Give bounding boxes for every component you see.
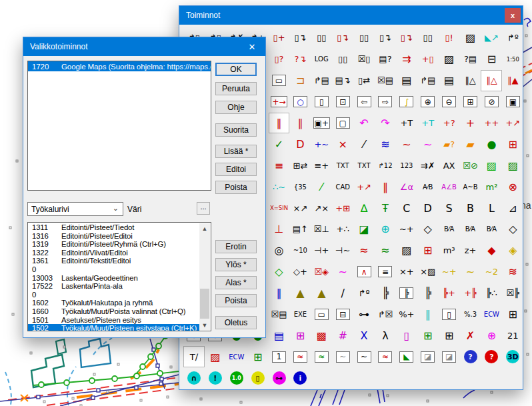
grid-icon[interactable]: ! <box>205 367 226 389</box>
grid-icon[interactable]: ⊿ <box>502 197 523 219</box>
list-item[interactable]: 0 <box>28 291 199 299</box>
grid-icon[interactable]: X <box>353 325 375 346</box>
grid-icon[interactable]: ⊶ <box>353 304 375 325</box>
grid-icon[interactable]: ? <box>460 346 481 367</box>
toolbar-select-combobox[interactable]: Työkalurivi ⌄ <box>27 202 123 216</box>
grid-icon[interactable]: ↱☒ <box>375 304 396 325</box>
grid-icon[interactable]: B⁄A <box>481 219 502 240</box>
scroll-up-icon[interactable]: ▲ <box>199 223 210 233</box>
grid-icon[interactable]: ~ <box>332 346 353 367</box>
grid-icon[interactable]: ◇+ <box>289 261 311 283</box>
grid-icon[interactable]: ╠ <box>417 283 439 304</box>
grid-icon[interactable]: 1:50 <box>502 49 523 70</box>
grid-icon[interactable]: +↗ <box>502 113 523 134</box>
grid-icon[interactable]: ◇ <box>417 219 439 240</box>
grid-icon[interactable]: ↱º <box>502 27 523 49</box>
grid-icon[interactable]: ∴~ <box>269 176 290 197</box>
grid-icon[interactable]: ▲ <box>311 283 332 304</box>
grid-icon[interactable]: ≈ <box>353 240 375 261</box>
grid-icon[interactable]: ≡+ <box>311 155 332 176</box>
grid-icon[interactable]: ▨ <box>481 155 502 176</box>
grid-icon[interactable]: ╠ <box>375 283 396 304</box>
grid-icon[interactable]: ▲ <box>289 283 311 304</box>
grid-icon[interactable]: ≡ <box>269 155 290 176</box>
grid-icon[interactable]: ~10 <box>289 240 311 261</box>
grid-icon[interactable]: ~ <box>417 133 439 155</box>
grid-icon[interactable]: ▤ <box>269 325 290 346</box>
suorita-button[interactable]: Suorita <box>215 123 257 137</box>
grid-icon[interactable]: ▨ <box>205 346 226 367</box>
grid-icon[interactable]: +╠ <box>460 283 481 304</box>
grid-icon[interactable]: C <box>396 197 417 219</box>
grid-icon[interactable]: ○ <box>289 91 311 113</box>
grid-icon[interactable]: ▩ <box>311 325 332 346</box>
grid-icon[interactable]: X=SIN <box>269 197 290 219</box>
grid-icon[interactable]: ⊞ <box>289 325 311 346</box>
grid-icon[interactable]: ≋ <box>502 261 523 283</box>
grid-icon[interactable]: ECW <box>481 304 502 325</box>
grid-icon[interactable]: A∠B <box>439 176 460 197</box>
list-item[interactable]: 13003Laskenta/Geodeettinen <box>28 274 199 283</box>
grid-icon[interactable]: %.3 <box>460 304 481 325</box>
grid-icon[interactable]: +? <box>439 113 460 134</box>
grid-icon[interactable]: ✓ <box>269 133 290 155</box>
grid-icon[interactable]: ∥△ <box>481 70 502 91</box>
grid-icon[interactable]: ⊞ <box>417 240 439 261</box>
ylos-button[interactable]: Ylös * <box>215 258 257 271</box>
grid-icon[interactable]: ∥▲ <box>502 70 523 91</box>
grid-icon[interactable]: ⊶ <box>269 367 290 389</box>
grid-icon[interactable]: ↶ <box>353 113 375 134</box>
grid-icon[interactable]: ⊞⇄ <box>289 155 311 176</box>
grid-icon[interactable]: ▯▯ <box>332 49 353 70</box>
list-item[interactable]: 1660Työkalut/Muut/Poista valinnat (Ctrl+… <box>28 307 199 316</box>
scroll-down-icon[interactable]: ▼ <box>199 320 210 330</box>
grid-icon[interactable]: ▯↴ <box>396 27 417 49</box>
grid-icon[interactable]: ⊖ <box>439 91 460 113</box>
list-item[interactable]: 1316Editointi/Pisteet/Editoi <box>28 232 199 241</box>
grid-icon[interactable]: ☒⊘ <box>460 155 481 176</box>
grid-icon[interactable]: A⁄B <box>417 176 439 197</box>
grid-icon[interactable]: 123 <box>396 155 417 176</box>
grid-icon[interactable]: ▭ <box>311 304 332 325</box>
grid-icon[interactable]: ▯ <box>439 304 460 325</box>
grid-icon[interactable]: ⊥ <box>269 219 290 240</box>
editoi-button[interactable]: Editoi <box>215 163 257 176</box>
grid-icon[interactable]: m² <box>481 176 502 197</box>
grid-icon[interactable]: ~ <box>460 261 481 283</box>
grid-icon[interactable]: × <box>332 133 353 155</box>
grid-icon[interactable]: ⊟ <box>481 49 502 70</box>
grid-icon[interactable]: ◎ <box>269 240 290 261</box>
grid-icon[interactable]: ◇ <box>269 261 290 283</box>
grid-icon[interactable]: B⁄A <box>439 219 460 240</box>
grid-icon[interactable]: ⊡ <box>332 91 353 113</box>
grid-icon[interactable]: ╠ <box>396 283 417 304</box>
grid-icon[interactable]: TXT <box>332 155 353 176</box>
grid-icon[interactable]: λ <box>375 325 396 346</box>
grid-icon[interactable]: B⁄A <box>460 219 481 240</box>
grid-icon[interactable]: ++ <box>481 113 502 134</box>
grid-icon[interactable]: ▤↑ <box>289 219 311 240</box>
grid-icon[interactable]: ≋ <box>375 133 396 155</box>
grid-icon[interactable]: ☒▤ <box>375 70 396 91</box>
grid-icon[interactable]: ×▨ <box>417 261 439 283</box>
grid-icon[interactable]: ☒╠ <box>502 283 523 304</box>
grid-icon[interactable]: # <box>332 325 353 346</box>
list-item[interactable]: 1502Työkalut/Muut/Pisteen esitystapa (Ct… <box>28 324 199 331</box>
grid-icon[interactable]: ◣ <box>396 346 417 367</box>
grid-icon[interactable]: ~+ <box>439 261 460 283</box>
scrollbar-thumb[interactable] <box>200 289 209 319</box>
grid-icon[interactable]: TXT <box>353 155 375 176</box>
grid-icon[interactable]: ×+ <box>396 261 417 283</box>
grid-icon[interactable]: ◆ <box>481 240 502 261</box>
grid-icon[interactable]: ∫ <box>396 91 417 113</box>
color-more-button[interactable]: ... <box>197 202 210 215</box>
grid-icon[interactable]: ⊞ <box>439 325 460 346</box>
grid-icon[interactable]: z+ <box>460 240 481 261</box>
grid-icon[interactable]: ↱▤ <box>417 70 439 91</box>
grid-icon[interactable]: ▯+ <box>269 27 290 49</box>
grid-icon[interactable]: ▯ <box>396 325 417 346</box>
grid-icon[interactable]: AX <box>439 155 460 176</box>
grid-icon[interactable]: ▤ <box>396 70 417 91</box>
selected-function-list[interactable]: 1720Google Maps (Suorita ohjelma: https:… <box>27 61 211 191</box>
grid-icon[interactable]: ~ <box>353 346 375 367</box>
